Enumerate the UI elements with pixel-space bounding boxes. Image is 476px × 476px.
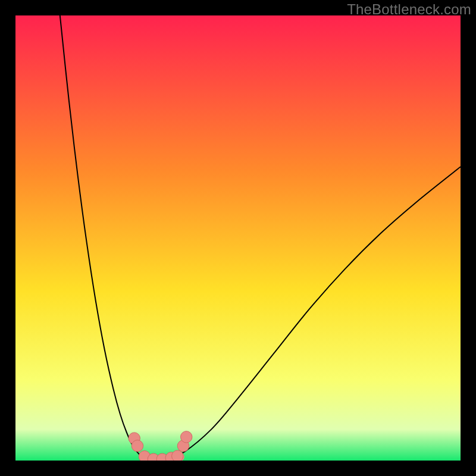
data-marker (181, 431, 192, 443)
data-marker (131, 440, 143, 452)
plot-frame (15, 15, 461, 461)
bottleneck-chart (15, 15, 461, 461)
gradient-background (15, 15, 461, 461)
data-marker (172, 450, 183, 461)
